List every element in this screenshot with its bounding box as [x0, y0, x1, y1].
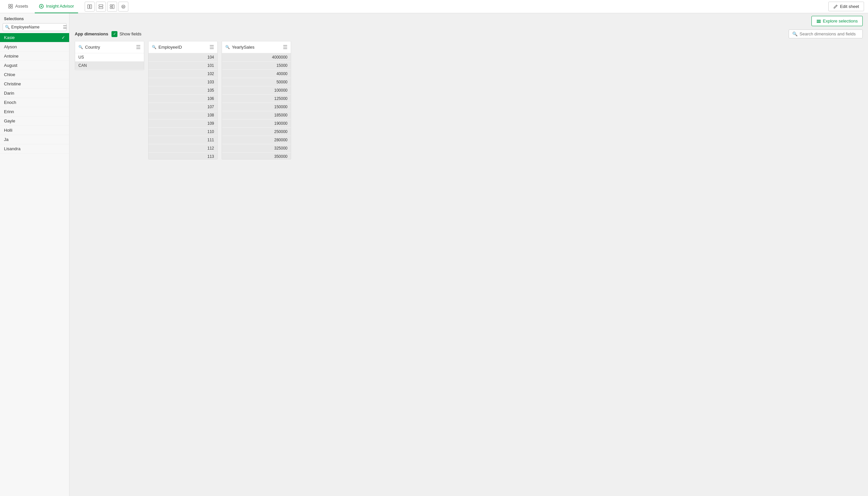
- field-row[interactable]: 102: [148, 70, 217, 78]
- svg-rect-9: [99, 5, 103, 6]
- selection-item[interactable]: Holli: [0, 126, 69, 135]
- tab-assets[interactable]: Assets: [4, 0, 32, 13]
- selection-item-label: Lisandra: [4, 146, 20, 151]
- field-row[interactable]: 109: [148, 120, 217, 128]
- field-panels: 🔍 Country ☰ USCAN 🔍 EmployeeID ☰ 1041011…: [69, 41, 868, 165]
- svg-point-14: [122, 5, 125, 8]
- field-row[interactable]: CAN: [75, 62, 144, 70]
- field-row[interactable]: 104: [148, 53, 217, 62]
- search-dimensions-box: 🔍: [789, 29, 863, 38]
- field-panel-menu-btn[interactable]: ☰: [209, 44, 214, 50]
- field-panel-title: 🔍 EmployeeID: [152, 45, 182, 50]
- field-row[interactable]: 110: [148, 128, 217, 136]
- field-panel-name: Country: [85, 45, 100, 50]
- toolbar-icon-1[interactable]: [85, 2, 95, 12]
- field-row[interactable]: 101: [148, 62, 217, 70]
- field-row[interactable]: 103: [148, 78, 217, 87]
- field-row[interactable]: 125000: [222, 95, 291, 103]
- field-row[interactable]: 280000: [222, 136, 291, 144]
- field-row[interactable]: 100000: [222, 87, 291, 95]
- selection-item[interactable]: Enoch: [0, 98, 69, 107]
- list-view-btn[interactable]: ☰: [62, 25, 68, 30]
- search-dimensions-input[interactable]: [800, 31, 859, 36]
- field-row[interactable]: 50000: [222, 78, 291, 87]
- field-row[interactable]: 106: [148, 95, 217, 103]
- field-panel: 🔍 Country ☰ USCAN: [75, 41, 144, 70]
- explore-selections-button[interactable]: Explore selections: [811, 16, 863, 26]
- field-row[interactable]: 190000: [222, 120, 291, 128]
- selection-item[interactable]: Kasie✓: [0, 33, 69, 42]
- field-row[interactable]: 40000: [222, 70, 291, 78]
- show-fields-checkbox[interactable]: ✓: [111, 31, 117, 37]
- tab-insight-advisor[interactable]: Insight Advisor: [35, 0, 78, 13]
- tab-insight-advisor-label: Insight Advisor: [46, 4, 74, 9]
- selection-item[interactable]: Darin: [0, 89, 69, 98]
- svg-rect-18: [817, 22, 821, 23]
- field-row[interactable]: 325000: [222, 144, 291, 153]
- selection-item-label: Gayle: [4, 119, 15, 123]
- svg-rect-10: [99, 7, 103, 9]
- toolbar-icon-3[interactable]: [107, 2, 117, 12]
- field-row[interactable]: 350000: [222, 153, 291, 159]
- toolbar-icon-4[interactable]: [119, 2, 128, 12]
- field-row[interactable]: 108: [148, 111, 217, 120]
- field-row[interactable]: 107: [148, 103, 217, 111]
- checkmark-icon: ✓: [62, 35, 65, 40]
- field-panel-menu-btn[interactable]: ☰: [136, 44, 141, 50]
- field-row[interactable]: 111: [148, 136, 217, 144]
- svg-rect-2: [9, 6, 10, 8]
- field-panel-header: 🔍 Country ☰: [75, 41, 144, 53]
- field-search-icon: 🔍: [152, 45, 156, 49]
- field-row[interactable]: 4000000: [222, 53, 291, 62]
- field-panel-name: YearlySales: [232, 45, 254, 50]
- toolbar-icon-2[interactable]: [96, 2, 106, 12]
- right-content: Explore selections App dimensions ✓ Show…: [69, 13, 868, 496]
- field-row[interactable]: US: [75, 53, 144, 62]
- field-panel: 🔍 EmployeeID ☰ 1041011021031051061071081…: [148, 41, 218, 159]
- selection-item[interactable]: Erinn: [0, 107, 69, 117]
- selections-search-box: 🔍 ☰ ✕: [3, 23, 66, 31]
- selection-item[interactable]: August: [0, 61, 69, 70]
- selection-item[interactable]: Ja: [0, 135, 69, 144]
- field-row[interactable]: 112: [148, 144, 217, 153]
- selection-item[interactable]: Alyson: [0, 42, 69, 52]
- svg-rect-12: [112, 5, 114, 9]
- field-row[interactable]: 113: [148, 153, 217, 159]
- field-row[interactable]: 250000: [222, 128, 291, 136]
- assets-icon: [8, 4, 13, 9]
- selection-item[interactable]: Gayle: [0, 117, 69, 126]
- field-panel-menu-btn[interactable]: ☰: [283, 44, 287, 50]
- selection-item-label: Christine: [4, 81, 21, 87]
- edit-sheet-button[interactable]: Edit sheet: [828, 2, 864, 11]
- selection-item-label: Holli: [4, 128, 12, 133]
- selections-list: Kasie✓AlysonAntoineAugustChloeChristineD…: [0, 33, 69, 496]
- show-fields-label[interactable]: ✓ Show fields: [111, 31, 141, 37]
- selection-item-label: Ja: [4, 137, 9, 142]
- field-row[interactable]: 185000: [222, 111, 291, 120]
- selection-item-label: Antoine: [4, 53, 18, 59]
- selection-item[interactable]: Lisandra: [0, 144, 69, 154]
- app-dimensions-title: App dimensions: [75, 31, 108, 36]
- field-panel-title: 🔍 Country: [78, 45, 100, 50]
- field-row[interactable]: 105: [148, 87, 217, 95]
- selection-item-label: Darin: [4, 91, 14, 96]
- selection-item[interactable]: Antoine: [0, 52, 69, 61]
- field-row[interactable]: 150000: [222, 103, 291, 111]
- top-bar-right: Edit sheet: [828, 2, 864, 11]
- search-icon: 🔍: [5, 25, 10, 29]
- explore-selections-label: Explore selections: [823, 18, 858, 24]
- svg-rect-16: [817, 20, 821, 20]
- search-dims-icon: 🔍: [792, 31, 798, 36]
- svg-rect-13: [110, 7, 112, 9]
- selection-item[interactable]: Chloe: [0, 70, 69, 79]
- show-fields-text: Show fields: [120, 31, 141, 36]
- svg-rect-8: [90, 5, 92, 9]
- selection-item-label: Chloe: [4, 72, 15, 77]
- field-search-icon: 🔍: [78, 45, 83, 49]
- field-rows: USCAN: [75, 53, 144, 70]
- selections-search-input[interactable]: [11, 25, 61, 29]
- svg-rect-1: [11, 4, 13, 6]
- dimensions-top-bar: App dimensions ✓ Show fields 🔍: [69, 26, 868, 41]
- selection-item[interactable]: Christine: [0, 79, 69, 89]
- field-row[interactable]: 15000: [222, 62, 291, 70]
